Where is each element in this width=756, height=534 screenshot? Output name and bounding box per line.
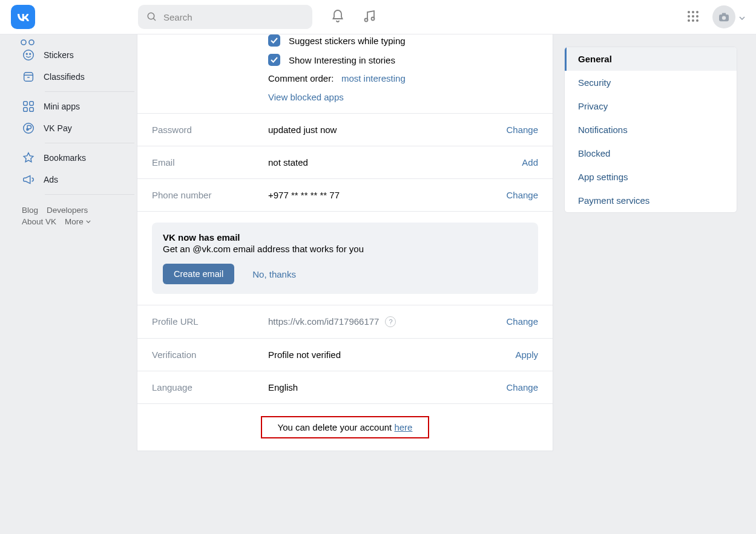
sidebar-item-ads[interactable]: Ads — [22, 169, 137, 190]
side-tab-appsettings[interactable]: App settings — [565, 165, 737, 189]
create-email-button[interactable]: Create email — [163, 264, 234, 284]
settings-side-nav: General Security Privacy Notifications B… — [564, 34, 737, 451]
footer-more-link[interactable]: More — [65, 217, 91, 226]
svg-point-0 — [148, 13, 154, 19]
sidebar-item-label: Bookmarks — [44, 153, 86, 163]
row-label: Language — [152, 382, 268, 392]
row-phone: Phone number +977 ** ** ** ** 77 Change — [137, 179, 553, 212]
svg-point-5 — [692, 11, 694, 13]
add-email-link[interactable]: Add — [522, 157, 538, 168]
comment-order-label: Comment order: — [268, 73, 334, 83]
ruble-icon — [22, 122, 35, 135]
footer-blog-link[interactable]: Blog — [22, 206, 38, 215]
help-icon[interactable]: ? — [385, 316, 396, 327]
row-label: Verification — [152, 350, 268, 360]
change-language-link[interactable]: Change — [506, 382, 538, 392]
sidebar-item-label: Ads — [44, 175, 58, 184]
row-value: English — [268, 382, 506, 392]
row-value: not stated — [268, 157, 522, 168]
search-input[interactable]: Search — [138, 5, 312, 29]
row-password: Password updated just now Change — [137, 114, 553, 146]
svg-point-28 — [24, 123, 34, 134]
avatar — [712, 5, 735, 28]
svg-point-3 — [372, 17, 375, 20]
row-value: https://vk.com/id717966177 ? — [268, 316, 506, 327]
checkbox-label: Suggest stickers while typing — [289, 36, 406, 46]
music-icon[interactable] — [362, 9, 376, 25]
row-verification: Verification Profile not verified Apply — [137, 339, 553, 371]
svg-point-12 — [696, 19, 698, 22]
smile-icon — [22, 48, 35, 62]
sidebar-item-label: VK Pay — [44, 123, 72, 133]
sidebar-item-vkpay[interactable]: VK Pay — [22, 117, 137, 139]
row-language: Language English Change — [137, 371, 553, 403]
vk-logo[interactable] — [11, 5, 35, 29]
profile-menu[interactable] — [712, 5, 745, 28]
svg-rect-25 — [30, 102, 33, 105]
delete-account-row: You can delete your account here — [137, 403, 553, 451]
apps-icon — [22, 100, 35, 113]
row-label: Email — [152, 157, 268, 168]
profile-url-prefix: https://vk.com/ — [268, 316, 327, 327]
left-sidebar: Stickers Classifieds Mini apps VK Pay Bo… — [11, 34, 137, 451]
setting-suggest-stickers[interactable]: Suggest stickers while typing — [268, 34, 538, 47]
services-grid-icon[interactable] — [687, 10, 699, 24]
side-tab-privacy[interactable]: Privacy — [565, 94, 737, 118]
profile-url-id: id717966177 — [327, 316, 380, 327]
delete-account-link[interactable]: here — [394, 422, 412, 432]
apply-verification-link[interactable]: Apply — [515, 350, 538, 360]
divider — [45, 194, 134, 195]
comment-order-value[interactable]: most interesting — [341, 73, 406, 83]
row-value: Profile not verified — [268, 350, 515, 360]
svg-line-1 — [153, 18, 156, 21]
footer-about-link[interactable]: About VK — [22, 217, 56, 226]
footer-links: Blog Developers About VK More — [22, 206, 137, 226]
divider — [45, 91, 134, 92]
chevron-down-icon — [739, 13, 745, 22]
notifications-icon[interactable] — [330, 9, 345, 25]
view-blocked-apps-link[interactable]: View blocked apps — [268, 92, 538, 102]
star-icon — [22, 151, 35, 164]
sidebar-item-miniapps[interactable]: Mini apps — [22, 96, 137, 117]
divider — [45, 143, 134, 143]
sidebar-item-label: Classifieds — [44, 72, 85, 82]
svg-rect-24 — [24, 102, 27, 105]
sidebar-item-bookmarks[interactable]: Bookmarks — [22, 147, 137, 169]
svg-point-19 — [26, 53, 27, 54]
row-value: +977 ** ** ** ** 77 — [268, 190, 506, 200]
change-phone-link[interactable]: Change — [506, 190, 538, 200]
svg-point-2 — [365, 18, 368, 21]
side-tab-payment[interactable]: Payment services — [565, 189, 737, 212]
comment-order-row: Comment order: most interesting — [268, 73, 538, 83]
row-email: Email not stated Add — [137, 146, 553, 179]
email-promo: VK now has email Get an @vk.com email ad… — [152, 223, 538, 294]
sidebar-item-stickers[interactable]: Stickers — [22, 44, 137, 66]
svg-point-20 — [30, 53, 31, 54]
side-tab-general[interactable]: General — [565, 47, 737, 71]
side-tab-notifications[interactable]: Notifications — [565, 118, 737, 142]
svg-point-16 — [21, 40, 26, 45]
promo-sub: Get an @vk.com email address that works … — [163, 244, 527, 254]
svg-rect-14 — [722, 13, 726, 15]
change-password-link[interactable]: Change — [506, 125, 538, 135]
row-label: Profile URL — [152, 316, 268, 327]
promo-title: VK now has email — [163, 232, 527, 243]
side-tab-security[interactable]: Security — [565, 71, 737, 94]
sidebar-item-classifieds[interactable]: Classifieds — [22, 66, 137, 88]
search-placeholder: Search — [163, 12, 192, 22]
svg-point-11 — [692, 19, 694, 22]
row-label: Password — [152, 125, 268, 135]
sidebar-item-label: Stickers — [44, 50, 74, 60]
sidebar-item-label: Mini apps — [44, 102, 80, 111]
row-profile-url: Profile URL https://vk.com/id717966177 ?… — [137, 305, 553, 339]
svg-point-4 — [688, 11, 690, 13]
dismiss-promo-link[interactable]: No, thanks — [252, 269, 296, 279]
change-url-link[interactable]: Change — [506, 316, 538, 327]
settings-panel: Suggest stickers while typing Show Inter… — [137, 34, 553, 451]
checkbox-checked-icon — [268, 34, 280, 47]
setting-show-interesting[interactable]: Show Interesting in stories — [268, 54, 538, 66]
checkbox-label: Show Interesting in stories — [289, 55, 395, 65]
side-tab-blocked[interactable]: Blocked — [565, 142, 737, 165]
checkbox-checked-icon — [268, 54, 280, 66]
footer-developers-link[interactable]: Developers — [47, 206, 88, 215]
